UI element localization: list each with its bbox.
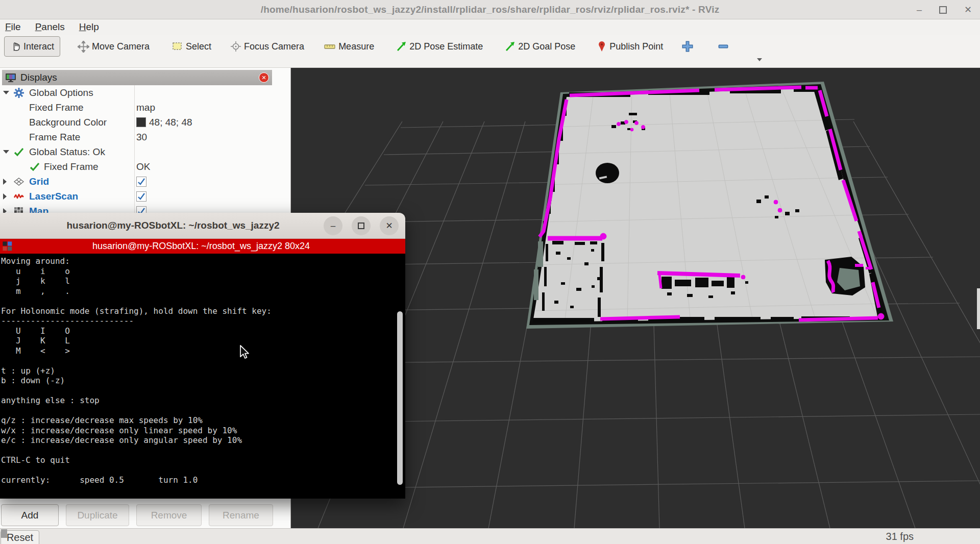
terminal-tab-bar: husarion@my-ROSbotXL: ~/rosbot_ws_jazzy2… xyxy=(0,239,405,254)
tree-row-global-options[interactable]: Global Options xyxy=(0,85,272,100)
ruler-icon xyxy=(324,41,336,52)
status-ok-check-icon xyxy=(13,146,24,158)
status-ok-check-icon xyxy=(29,161,40,172)
menu-file[interactable]: File xyxy=(5,21,21,33)
tree-row-laserscan[interactable]: LaserScan xyxy=(0,189,272,204)
laserscan-checkbox[interactable] xyxy=(136,191,146,202)
minimize-icon[interactable]: – xyxy=(917,5,922,14)
screen-session-icon xyxy=(2,241,13,252)
goal-pose-tool[interactable]: 2D Goal Pose xyxy=(504,41,575,52)
terminal-block-cursor xyxy=(1,529,7,538)
remove-tool-button[interactable] xyxy=(717,40,730,53)
collapse-arrow-icon[interactable] xyxy=(3,179,7,185)
terminal-minimize-icon[interactable]: – xyxy=(324,216,342,235)
toolbar: Interact Move Camera Select xyxy=(0,35,980,68)
crosshair-icon xyxy=(230,41,241,52)
selection-box-icon xyxy=(172,41,183,52)
move-arrows-icon xyxy=(78,41,89,53)
terminal-maximize-icon[interactable] xyxy=(352,216,371,235)
interact-tool-button[interactable]: Interact xyxy=(4,36,60,57)
terminal-titlebar[interactable]: husarion@my-ROSbotXL: ~/rosbot_ws_jazzy2… xyxy=(0,213,405,239)
maximize-icon[interactable] xyxy=(939,6,947,14)
tree-row-fixed-frame[interactable]: Fixed Frame map xyxy=(0,100,272,115)
rviz-titlebar: /home/husarion/rosbot_ws_jazzy2/install/… xyxy=(0,0,980,19)
robot-footprint xyxy=(596,163,619,183)
tree-row-grid[interactable]: Grid xyxy=(0,174,272,189)
tool-dropdown-caret-icon[interactable] xyxy=(755,57,764,62)
frame-rate-value[interactable]: 30 xyxy=(136,132,147,143)
menu-panels[interactable]: Panels xyxy=(35,21,65,33)
terminal-body[interactable]: Moving around: u i o j k l m , . For Hol… xyxy=(0,254,405,499)
duplicate-button[interactable]: Duplicate xyxy=(66,504,129,526)
hand-pointer-icon xyxy=(10,41,21,52)
terminal-close-icon[interactable]: ✕ xyxy=(380,216,399,235)
fps-counter: 31 fps xyxy=(886,531,914,542)
grid-checkbox[interactable] xyxy=(136,177,146,187)
collapse-arrow-icon[interactable] xyxy=(3,193,7,200)
rename-button[interactable]: Rename xyxy=(209,504,273,526)
plus-icon xyxy=(681,40,694,53)
minus-icon xyxy=(717,40,730,53)
background-color-value[interactable]: 48; 48; 48 xyxy=(136,117,192,128)
publish-point-tool[interactable]: Publish Point xyxy=(597,40,663,53)
move-camera-tool[interactable]: Move Camera xyxy=(78,41,150,53)
measure-tool[interactable]: Measure xyxy=(324,41,374,52)
expand-arrow-icon[interactable] xyxy=(3,91,9,94)
mouse-cursor-icon xyxy=(238,344,251,362)
menu-help[interactable]: Help xyxy=(79,21,99,33)
terminal-tab-title: husarion@my-ROSbotXL: ~/rosbot_ws_jazzy2… xyxy=(92,241,310,252)
green-arrow-icon xyxy=(504,41,516,52)
map-pin-icon xyxy=(597,40,607,53)
displays-icon xyxy=(5,72,16,83)
tree-row-map[interactable]: Map xyxy=(0,204,272,213)
close-icon[interactable]: ✕ xyxy=(964,5,972,14)
color-swatch xyxy=(136,117,146,127)
map-checkbox[interactable] xyxy=(136,206,146,213)
tree-row-global-status[interactable]: Global Status: Ok xyxy=(0,144,272,159)
displays-panel-buttons: Add Duplicate Remove Rename xyxy=(0,504,291,528)
map-display-icon xyxy=(13,206,24,213)
pose-estimate-tool[interactable]: 2D Pose Estimate xyxy=(396,41,483,52)
add-tool-button[interactable] xyxy=(681,40,694,53)
tree-row-background-color[interactable]: Background Color 48; 48; 48 xyxy=(0,115,272,130)
tree-row-frame-rate[interactable]: Frame Rate 30 xyxy=(0,130,272,144)
background-window-edge xyxy=(977,288,980,329)
tree-row-fixed-frame-status[interactable]: Fixed Frame OK xyxy=(0,159,272,174)
window-title: /home/husarion/rosbot_ws_jazzy2/install/… xyxy=(261,4,720,15)
focus-camera-tool[interactable]: Focus Camera xyxy=(230,41,304,52)
displays-tree: Global Options Fixed Frame map Backgroun… xyxy=(0,85,272,213)
panel-title: Displays xyxy=(20,72,57,83)
fixed-frame-status-value: OK xyxy=(136,161,150,172)
laserscan-display-icon xyxy=(13,191,24,202)
collapse-arrow-icon[interactable] xyxy=(3,208,7,213)
displays-panel-header[interactable]: Displays ✕ xyxy=(2,70,272,85)
add-button[interactable]: Add xyxy=(1,504,59,526)
terminal-title: husarion@my-ROSbotXL: ~/rosbot_ws_jazzy2 xyxy=(66,220,279,231)
panel-close-icon[interactable]: ✕ xyxy=(259,72,269,83)
terminal-scrollbar[interactable] xyxy=(397,311,403,485)
status-bar: Reset 31 fps xyxy=(0,528,980,544)
grid-display-icon xyxy=(13,176,24,187)
fixed-frame-value[interactable]: map xyxy=(136,102,155,113)
green-arrow-icon xyxy=(396,41,407,52)
menubar: File Panels Help xyxy=(0,19,980,35)
expand-arrow-icon[interactable] xyxy=(3,150,9,154)
select-tool[interactable]: Select xyxy=(172,41,211,52)
tree-column-divider xyxy=(134,85,135,213)
terminal-window[interactable]: husarion@my-ROSbotXL: ~/rosbot_ws_jazzy2… xyxy=(0,213,405,499)
gear-icon xyxy=(13,87,24,98)
terminal-output: Moving around: u i o j k l m , . For Hol… xyxy=(1,256,272,485)
remove-button[interactable]: Remove xyxy=(136,504,202,526)
